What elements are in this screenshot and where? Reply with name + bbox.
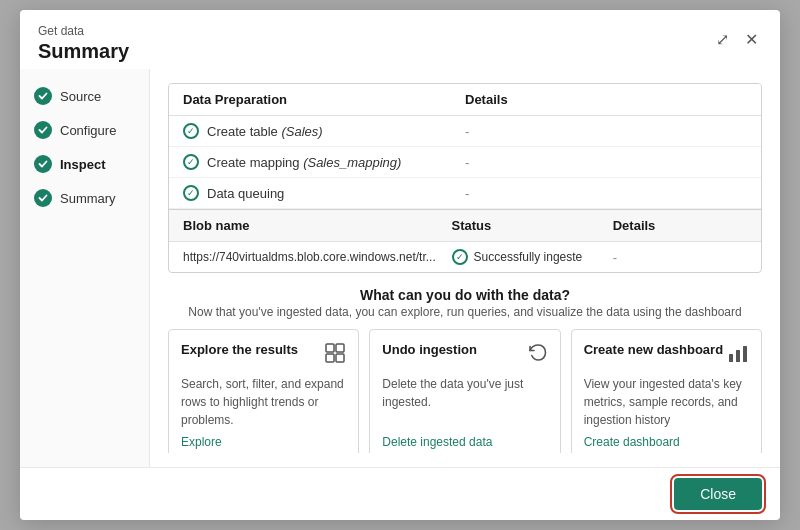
explore-icon xyxy=(324,342,346,369)
check-icon-1: ✓ xyxy=(183,123,199,139)
sidebar: Source Configure I xyxy=(20,69,150,467)
what-can-do-section: What can you do with the data? Now that … xyxy=(168,287,762,453)
modal-header: Get data Summary ⤢ ✕ xyxy=(20,10,780,69)
data-prep-row-1-item: ✓ Create table (Sales) xyxy=(183,123,465,139)
sidebar-item-summary[interactable]: Summary xyxy=(20,181,149,215)
step-circle-configure xyxy=(34,121,52,139)
data-prep-row-1-label: Create table (Sales) xyxy=(207,124,323,139)
sidebar-label-source: Source xyxy=(60,89,101,104)
card-undo-link[interactable]: Delete ingested data xyxy=(382,435,547,449)
card-undo-desc: Delete the data you've just ingested. xyxy=(382,375,547,429)
sidebar-label-configure: Configure xyxy=(60,123,116,138)
card-explore-header: Explore the results xyxy=(181,342,346,369)
card-dashboard-link[interactable]: Create dashboard xyxy=(584,435,749,449)
sidebar-label-inspect: Inspect xyxy=(60,157,106,172)
sidebar-item-source[interactable]: Source xyxy=(20,79,149,113)
svg-rect-2 xyxy=(326,354,334,362)
svg-rect-3 xyxy=(336,354,344,362)
data-prep-col1-label: Data Preparation xyxy=(183,92,465,107)
table-row: ✓ Data queuing - xyxy=(169,178,761,209)
svg-rect-4 xyxy=(729,354,733,362)
data-prep-col2-label: Details xyxy=(465,92,747,107)
card-undo: Undo ingestion Delete the data you've ju… xyxy=(369,329,560,453)
what-can-do-title: What can you do with the data? xyxy=(168,287,762,303)
card-explore-desc: Search, sort, filter, and expand rows to… xyxy=(181,375,346,429)
dashboard-icon xyxy=(727,342,749,369)
card-explore: Explore the results xyxy=(168,329,359,453)
data-prep-row-2-detail: - xyxy=(465,155,747,170)
blob-section-header: Blob name Status Details xyxy=(169,209,761,242)
data-prep-row-3-detail: - xyxy=(465,186,747,201)
card-undo-title: Undo ingestion xyxy=(382,342,477,357)
blob-col3-label: Details xyxy=(613,218,747,233)
undo-icon xyxy=(526,342,548,369)
svg-rect-1 xyxy=(336,344,344,352)
table-row: https://740virtualdms.blob.core.windows.… xyxy=(169,242,761,272)
data-prep-header: Data Preparation Details xyxy=(169,84,761,116)
modal-container: Get data Summary ⤢ ✕ Source xyxy=(20,10,780,520)
what-can-do-subtitle: Now that you've ingested data, you can e… xyxy=(168,305,762,319)
svg-rect-6 xyxy=(743,346,747,362)
close-button[interactable]: Close xyxy=(674,478,762,510)
card-dashboard: Create new dashboard View your inges xyxy=(571,329,762,453)
close-icon[interactable]: ✕ xyxy=(741,28,762,51)
card-explore-title: Explore the results xyxy=(181,342,298,357)
card-dashboard-desc: View your ingested data's key metrics, s… xyxy=(584,375,749,429)
svg-rect-0 xyxy=(326,344,334,352)
blob-status-text: Successfully ingeste xyxy=(474,250,583,264)
check-icon-2: ✓ xyxy=(183,154,199,170)
sidebar-item-configure[interactable]: Configure xyxy=(20,113,149,147)
card-dashboard-title: Create new dashboard xyxy=(584,342,723,357)
step-circle-source xyxy=(34,87,52,105)
check-icon-blob: ✓ xyxy=(452,249,468,265)
summary-table-area[interactable]: Data Preparation Details ✓ Create table … xyxy=(168,83,762,273)
blob-status-cell: ✓ Successfully ingeste xyxy=(452,249,613,265)
card-dashboard-header: Create new dashboard xyxy=(584,342,749,369)
data-prep-row-3-label: Data queuing xyxy=(207,186,284,201)
data-prep-row-2-label: Create mapping (Sales_mapping) xyxy=(207,155,401,170)
modal-body: Source Configure I xyxy=(20,69,780,467)
blob-col2-label: Status xyxy=(452,218,613,233)
table-row: ✓ Create table (Sales) - xyxy=(169,116,761,147)
modal-header-actions: ⤢ ✕ xyxy=(712,28,762,51)
card-undo-header: Undo ingestion xyxy=(382,342,547,369)
check-icon-3: ✓ xyxy=(183,185,199,201)
sidebar-item-inspect[interactable]: Inspect xyxy=(20,147,149,181)
card-explore-link[interactable]: Explore xyxy=(181,435,346,449)
expand-icon[interactable]: ⤢ xyxy=(712,28,733,51)
svg-rect-5 xyxy=(736,350,740,362)
modal-footer: Close xyxy=(20,467,780,520)
data-prep-row-1-detail: - xyxy=(465,124,747,139)
table-row: ✓ Create mapping (Sales_mapping) - xyxy=(169,147,761,178)
cards-row: Explore the results xyxy=(168,329,762,453)
data-prep-row-3-item: ✓ Data queuing xyxy=(183,185,465,201)
modal-supertitle: Get data xyxy=(38,24,129,38)
step-circle-inspect xyxy=(34,155,52,173)
blob-detail: - xyxy=(613,250,747,265)
sidebar-label-summary: Summary xyxy=(60,191,116,206)
modal-header-left: Get data Summary xyxy=(38,24,129,63)
modal-title: Summary xyxy=(38,40,129,63)
modal-overlay: Get data Summary ⤢ ✕ Source xyxy=(0,0,800,530)
step-circle-summary xyxy=(34,189,52,207)
main-content: Data Preparation Details ✓ Create table … xyxy=(150,69,780,467)
blob-url: https://740virtualdms.blob.core.windows.… xyxy=(183,250,452,264)
data-prep-row-2-item: ✓ Create mapping (Sales_mapping) xyxy=(183,154,465,170)
blob-col1-label: Blob name xyxy=(183,218,452,233)
